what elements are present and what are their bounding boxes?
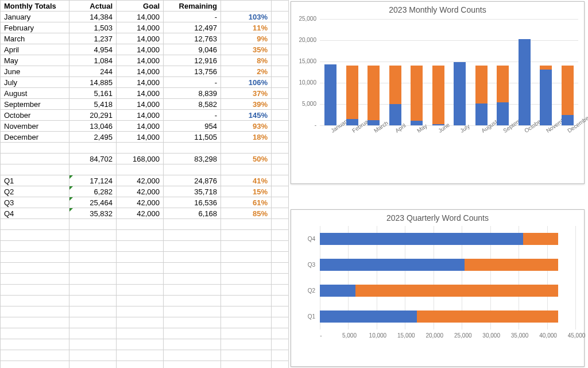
table-row[interactable] (1, 296, 289, 306)
cell[interactable] (1, 164, 69, 175)
cell-month-name[interactable]: February (1, 22, 69, 33)
table-row[interactable]: April4,95414,0009,04635% (1, 44, 289, 55)
cell[interactable] (164, 361, 221, 369)
cell[interactable] (164, 252, 221, 263)
cell[interactable] (164, 350, 221, 361)
cell[interactable] (221, 252, 272, 263)
cell[interactable] (117, 252, 164, 263)
cell-month-name[interactable]: March (1, 33, 69, 44)
cell[interactable] (164, 143, 221, 154)
cell-empty[interactable] (272, 44, 289, 55)
cell[interactable] (272, 154, 289, 164)
cell-actual[interactable]: 13,046 (69, 121, 117, 132)
cell[interactable] (69, 306, 117, 317)
cell-goal[interactable]: 14,000 (117, 33, 164, 44)
cell[interactable] (117, 339, 164, 350)
cell-percent[interactable]: 18% (221, 132, 272, 143)
cell[interactable] (221, 328, 272, 339)
cell-actual[interactable]: 1,503 (69, 22, 117, 33)
table-row[interactable]: Q325,46442,00016,53661% (1, 197, 289, 208)
cell-percent[interactable]: 8% (221, 55, 272, 66)
cell-percent[interactable]: 9% (221, 33, 272, 44)
cell-remaining[interactable]: 13,756 (164, 66, 221, 77)
cell[interactable] (1, 361, 69, 369)
cell[interactable] (164, 263, 221, 274)
table-row[interactable]: January14,38414,000-103% (1, 12, 289, 22)
cell-percent[interactable]: 145% (221, 110, 272, 121)
cell[interactable] (272, 306, 289, 317)
cell-quarter-name[interactable]: Q2 (1, 186, 69, 197)
table-row[interactable] (1, 350, 289, 361)
cell-goal[interactable]: 42,000 (117, 175, 164, 186)
cell-actual[interactable]: 2,495 (69, 132, 117, 143)
cell[interactable] (221, 219, 272, 230)
cell-actual[interactable]: 14,384 (69, 12, 117, 22)
cell-remaining[interactable]: 12,916 (164, 55, 221, 66)
cell-actual[interactable]: 1,084 (69, 55, 117, 66)
cell-goal[interactable]: 14,000 (117, 55, 164, 66)
cell-year-percent[interactable]: 50% (221, 154, 272, 164)
cell-actual[interactable]: 35,832 (69, 208, 117, 219)
chart-quarterly-word-counts[interactable]: 2023 Quarterly Word Counts -5,00010,0001… (291, 209, 585, 367)
cell[interactable] (221, 350, 272, 361)
cell-remaining[interactable]: 6,168 (164, 208, 221, 219)
cell[interactable] (272, 350, 289, 361)
cell[interactable] (1, 263, 69, 274)
cell[interactable] (117, 241, 164, 252)
cell-remaining[interactable]: - (164, 110, 221, 121)
cell[interactable] (272, 317, 289, 328)
cell[interactable] (164, 306, 221, 317)
cell[interactable] (221, 274, 272, 285)
cell-month-name[interactable]: September (1, 99, 69, 110)
cell-actual[interactable]: 244 (69, 66, 117, 77)
cell[interactable] (1, 350, 69, 361)
cell[interactable] (69, 328, 117, 339)
cell-percent[interactable]: 103% (221, 12, 272, 22)
cell[interactable] (69, 339, 117, 350)
table-row[interactable]: Q435,83242,0006,16885% (1, 208, 289, 219)
table-row[interactable]: November13,04614,00095493% (1, 121, 289, 132)
table-row[interactable]: Q117,12442,00024,87641% (1, 175, 289, 186)
cell[interactable] (1, 219, 69, 230)
cell[interactable] (1, 328, 69, 339)
cell[interactable] (1, 274, 69, 285)
cell-remaining[interactable]: - (164, 77, 221, 88)
cell[interactable] (117, 164, 164, 175)
cell-percent[interactable]: 106% (221, 77, 272, 88)
cell-empty[interactable] (272, 12, 289, 22)
table-row[interactable]: February1,50314,00012,49711% (1, 22, 289, 33)
cell[interactable] (164, 296, 221, 306)
cell-percent[interactable]: 41% (221, 175, 272, 186)
cell-percent[interactable]: 61% (221, 197, 272, 208)
cell[interactable] (69, 164, 117, 175)
cell[interactable] (164, 274, 221, 285)
cell[interactable] (117, 296, 164, 306)
cell-remaining[interactable]: - (164, 12, 221, 22)
cell[interactable] (1, 143, 69, 154)
cell[interactable] (164, 285, 221, 296)
cell[interactable] (69, 274, 117, 285)
cell[interactable] (117, 361, 164, 369)
cell[interactable] (221, 263, 272, 274)
cell[interactable] (221, 230, 272, 241)
cell-actual[interactable]: 25,464 (69, 197, 117, 208)
cell[interactable] (164, 317, 221, 328)
cell-empty[interactable] (272, 110, 289, 121)
cell[interactable] (117, 350, 164, 361)
cell-empty[interactable] (272, 132, 289, 143)
cell[interactable] (272, 328, 289, 339)
cell-goal[interactable]: 42,000 (117, 186, 164, 197)
cell[interactable] (272, 296, 289, 306)
table-row[interactable] (1, 143, 289, 154)
cell[interactable] (1, 296, 69, 306)
cell[interactable] (164, 339, 221, 350)
cell-goal[interactable]: 14,000 (117, 121, 164, 132)
cell[interactable] (272, 164, 289, 175)
cell-goal[interactable]: 14,000 (117, 77, 164, 88)
cell-goal[interactable]: 14,000 (117, 88, 164, 99)
table-row[interactable]: July14,88514,000-106% (1, 77, 289, 88)
cell[interactable] (164, 230, 221, 241)
table-row[interactable] (1, 219, 289, 230)
table-row[interactable]: May1,08414,00012,9168% (1, 55, 289, 66)
cell-remaining[interactable]: 35,718 (164, 186, 221, 197)
